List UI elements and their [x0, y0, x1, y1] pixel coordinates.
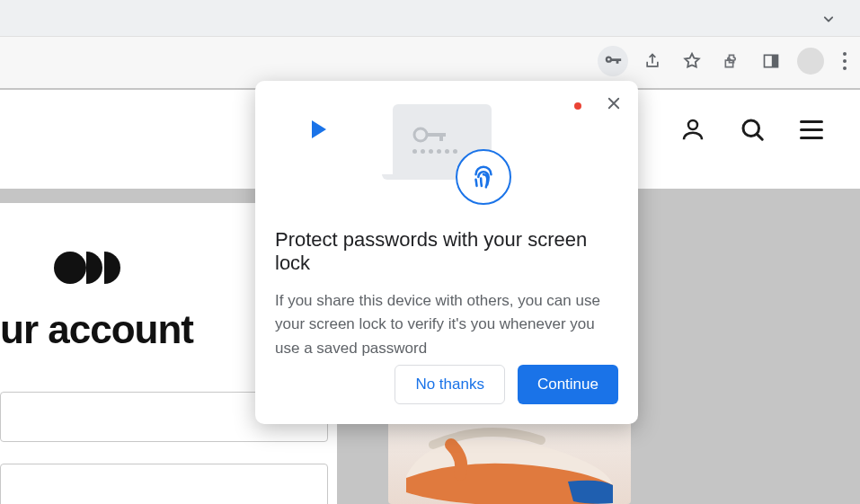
person-icon [679, 116, 706, 143]
site-account-button[interactable] [676, 112, 710, 146]
bookmark-button[interactable] [677, 46, 707, 76]
screen-lock-dialog: Protect passwords with your screen lock … [255, 81, 638, 424]
share-icon [643, 52, 661, 70]
browser-menu-button[interactable] [835, 46, 855, 76]
extensions-button[interactable] [716, 46, 747, 76]
dialog-title: Protect passwords with your screen lock [275, 228, 618, 275]
profile-button[interactable] [795, 46, 826, 76]
svg-point-5 [54, 252, 86, 284]
site-search-button[interactable] [735, 112, 769, 146]
toolbar-actions [598, 43, 855, 79]
svg-point-2 [688, 120, 697, 129]
svg-point-6 [414, 128, 427, 141]
avatar-icon [797, 48, 824, 75]
puzzle-icon [723, 52, 740, 70]
search-icon [739, 116, 766, 143]
form-field-2[interactable] [0, 464, 328, 504]
password-dots-icon [412, 149, 457, 154]
password-key-button[interactable] [598, 46, 628, 76]
hamburger-icon [800, 120, 823, 139]
chevron-down-icon [820, 10, 838, 28]
site-nav [676, 112, 829, 146]
browser-tabstrip [0, 0, 860, 36]
star-icon [682, 51, 702, 71]
svg-rect-1 [772, 55, 778, 66]
continue-button[interactable]: Continue [518, 365, 618, 404]
key-illustration-icon [412, 124, 448, 149]
sidepanel-button[interactable] [756, 46, 786, 76]
sidepanel-icon [762, 52, 780, 70]
dialog-illustration [275, 104, 618, 212]
play-icon [312, 120, 326, 138]
site-menu-button[interactable] [794, 112, 829, 146]
share-button[interactable] [637, 46, 668, 76]
no-thanks-button[interactable]: No thanks [395, 365, 505, 404]
key-icon [603, 51, 623, 71]
fingerprint-icon [456, 149, 511, 205]
dialog-actions: No thanks Continue [395, 365, 618, 404]
svg-line-4 [758, 135, 763, 140]
dialog-body: If you share this device with others, yo… [275, 289, 618, 360]
red-dot-icon [574, 102, 581, 110]
svg-rect-8 [439, 133, 443, 141]
collapse-chevron[interactable] [815, 7, 842, 31]
